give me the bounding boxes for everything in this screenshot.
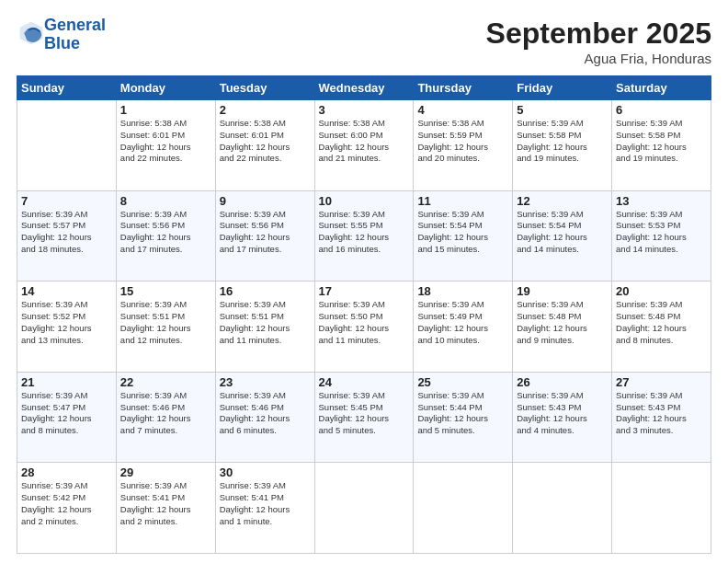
- cell-content: Sunrise: 5:39 AM Sunset: 5:53 PM Dayligh…: [616, 209, 707, 256]
- day-number: 9: [220, 194, 311, 208]
- day-number: 17: [319, 284, 410, 298]
- cell-content: Sunrise: 5:39 AM Sunset: 5:43 PM Dayligh…: [517, 390, 608, 437]
- calendar-cell: 27Sunrise: 5:39 AM Sunset: 5:43 PM Dayli…: [612, 372, 711, 463]
- day-number: 29: [120, 465, 211, 479]
- logo-line1: General: [44, 16, 106, 34]
- calendar-cell: [612, 463, 711, 554]
- calendar-cell: 10Sunrise: 5:39 AM Sunset: 5:55 PM Dayli…: [314, 190, 414, 282]
- header-tuesday: Tuesday: [215, 76, 314, 100]
- calendar-cell: 29Sunrise: 5:39 AM Sunset: 5:41 PM Dayli…: [116, 463, 215, 554]
- cell-content: Sunrise: 5:39 AM Sunset: 5:41 PM Dayligh…: [120, 480, 211, 527]
- cell-content: Sunrise: 5:39 AM Sunset: 5:55 PM Dayligh…: [319, 209, 410, 256]
- header-monday: Monday: [116, 76, 215, 100]
- cell-content: Sunrise: 5:38 AM Sunset: 6:00 PM Dayligh…: [319, 118, 410, 165]
- day-number: 6: [616, 103, 707, 117]
- calendar-cell: 28Sunrise: 5:39 AM Sunset: 5:42 PM Dayli…: [17, 463, 117, 554]
- cell-content: Sunrise: 5:39 AM Sunset: 5:48 PM Dayligh…: [517, 299, 608, 346]
- calendar-cell: 23Sunrise: 5:39 AM Sunset: 5:46 PM Dayli…: [215, 372, 314, 463]
- calendar-cell: 21Sunrise: 5:39 AM Sunset: 5:47 PM Dayli…: [17, 372, 117, 463]
- calendar-cell: 25Sunrise: 5:39 AM Sunset: 5:44 PM Dayli…: [414, 372, 513, 463]
- calendar-cell: [414, 463, 513, 554]
- calendar-cell: 19Sunrise: 5:39 AM Sunset: 5:48 PM Dayli…: [513, 282, 612, 373]
- day-number: 13: [616, 194, 707, 208]
- cell-content: Sunrise: 5:39 AM Sunset: 5:51 PM Dayligh…: [120, 299, 211, 346]
- day-number: 19: [517, 284, 608, 298]
- calendar-cell: 9Sunrise: 5:39 AM Sunset: 5:56 PM Daylig…: [215, 190, 314, 282]
- header: General Blue September 2025 Agua Fria, H…: [17, 17, 711, 66]
- calendar-cell: 18Sunrise: 5:39 AM Sunset: 5:49 PM Dayli…: [414, 282, 513, 373]
- header-thursday: Thursday: [414, 76, 513, 100]
- calendar-cell: 14Sunrise: 5:39 AM Sunset: 5:52 PM Dayli…: [17, 282, 117, 373]
- calendar-cell: 15Sunrise: 5:39 AM Sunset: 5:51 PM Dayli…: [116, 282, 215, 373]
- cell-content: Sunrise: 5:39 AM Sunset: 5:56 PM Dayligh…: [120, 209, 211, 256]
- day-number: 20: [616, 284, 707, 298]
- cell-content: Sunrise: 5:39 AM Sunset: 5:54 PM Dayligh…: [417, 209, 508, 256]
- cell-content: Sunrise: 5:38 AM Sunset: 6:01 PM Dayligh…: [220, 118, 311, 165]
- day-number: 3: [319, 103, 410, 117]
- cell-content: Sunrise: 5:39 AM Sunset: 5:47 PM Dayligh…: [21, 390, 112, 437]
- calendar-cell: 1Sunrise: 5:38 AM Sunset: 6:01 PM Daylig…: [116, 100, 215, 191]
- day-number: 4: [417, 103, 508, 117]
- calendar-cell: 7Sunrise: 5:39 AM Sunset: 5:57 PM Daylig…: [17, 190, 117, 282]
- day-number: 10: [319, 194, 410, 208]
- calendar-cell: 11Sunrise: 5:39 AM Sunset: 5:54 PM Dayli…: [414, 190, 513, 282]
- cell-content: Sunrise: 5:39 AM Sunset: 5:46 PM Dayligh…: [220, 390, 311, 437]
- calendar-cell: 22Sunrise: 5:39 AM Sunset: 5:46 PM Dayli…: [116, 372, 215, 463]
- calendar-week-1: 1Sunrise: 5:38 AM Sunset: 6:01 PM Daylig…: [17, 100, 711, 191]
- cell-content: Sunrise: 5:38 AM Sunset: 5:59 PM Dayligh…: [417, 118, 508, 165]
- location: Agua Fria, Honduras: [486, 51, 711, 66]
- cell-content: Sunrise: 5:39 AM Sunset: 5:54 PM Dayligh…: [517, 209, 608, 256]
- cell-content: Sunrise: 5:39 AM Sunset: 5:41 PM Dayligh…: [220, 480, 311, 527]
- calendar-cell: 26Sunrise: 5:39 AM Sunset: 5:43 PM Dayli…: [513, 372, 612, 463]
- calendar-cell: 24Sunrise: 5:39 AM Sunset: 5:45 PM Dayli…: [314, 372, 414, 463]
- cell-content: Sunrise: 5:39 AM Sunset: 5:44 PM Dayligh…: [417, 390, 508, 437]
- day-number: 14: [21, 284, 112, 298]
- day-number: 26: [517, 375, 608, 389]
- cell-content: Sunrise: 5:39 AM Sunset: 5:49 PM Dayligh…: [417, 299, 508, 346]
- cell-content: Sunrise: 5:39 AM Sunset: 5:45 PM Dayligh…: [319, 390, 410, 437]
- calendar-cell: 8Sunrise: 5:39 AM Sunset: 5:56 PM Daylig…: [116, 190, 215, 282]
- logo-icon: [18, 20, 44, 46]
- day-number: 15: [120, 284, 211, 298]
- day-number: 25: [417, 375, 508, 389]
- day-number: 1: [120, 103, 211, 117]
- cell-content: Sunrise: 5:39 AM Sunset: 5:42 PM Dayligh…: [21, 480, 112, 527]
- cell-content: Sunrise: 5:39 AM Sunset: 5:48 PM Dayligh…: [616, 299, 707, 346]
- day-number: 5: [517, 103, 608, 117]
- cell-content: Sunrise: 5:39 AM Sunset: 5:50 PM Dayligh…: [319, 299, 410, 346]
- calendar-cell: [314, 463, 414, 554]
- day-number: 16: [220, 284, 311, 298]
- calendar-table: Sunday Monday Tuesday Wednesday Thursday…: [17, 75, 711, 554]
- calendar-cell: 17Sunrise: 5:39 AM Sunset: 5:50 PM Dayli…: [314, 282, 414, 373]
- calendar-cell: 13Sunrise: 5:39 AM Sunset: 5:53 PM Dayli…: [612, 190, 711, 282]
- day-number: 30: [220, 465, 311, 479]
- day-number: 8: [120, 194, 211, 208]
- day-number: 27: [616, 375, 707, 389]
- day-number: 2: [220, 103, 311, 117]
- calendar-cell: 2Sunrise: 5:38 AM Sunset: 6:01 PM Daylig…: [215, 100, 314, 191]
- cell-content: Sunrise: 5:39 AM Sunset: 5:58 PM Dayligh…: [517, 118, 608, 165]
- title-block: September 2025 Agua Fria, Honduras: [486, 17, 711, 66]
- cell-content: Sunrise: 5:39 AM Sunset: 5:57 PM Dayligh…: [21, 209, 112, 256]
- calendar-cell: 20Sunrise: 5:39 AM Sunset: 5:48 PM Dayli…: [612, 282, 711, 373]
- logo-text: General Blue: [44, 17, 106, 53]
- month-title: September 2025: [486, 17, 711, 51]
- calendar-week-4: 21Sunrise: 5:39 AM Sunset: 5:47 PM Dayli…: [17, 372, 711, 463]
- header-saturday: Saturday: [612, 76, 711, 100]
- cell-content: Sunrise: 5:39 AM Sunset: 5:58 PM Dayligh…: [616, 118, 707, 165]
- cell-content: Sunrise: 5:39 AM Sunset: 5:51 PM Dayligh…: [220, 299, 311, 346]
- calendar-cell: 30Sunrise: 5:39 AM Sunset: 5:41 PM Dayli…: [215, 463, 314, 554]
- calendar-week-3: 14Sunrise: 5:39 AM Sunset: 5:52 PM Dayli…: [17, 282, 711, 373]
- header-friday: Friday: [513, 76, 612, 100]
- cell-content: Sunrise: 5:39 AM Sunset: 5:52 PM Dayligh…: [21, 299, 112, 346]
- logo: General Blue: [17, 17, 106, 53]
- calendar-cell: 4Sunrise: 5:38 AM Sunset: 5:59 PM Daylig…: [414, 100, 513, 191]
- calendar-header-row: Sunday Monday Tuesday Wednesday Thursday…: [17, 76, 711, 100]
- calendar-cell: 6Sunrise: 5:39 AM Sunset: 5:58 PM Daylig…: [612, 100, 711, 191]
- page: General Blue September 2025 Agua Fria, H…: [0, 0, 728, 563]
- header-sunday: Sunday: [17, 76, 117, 100]
- calendar-cell: 5Sunrise: 5:39 AM Sunset: 5:58 PM Daylig…: [513, 100, 612, 191]
- calendar-week-2: 7Sunrise: 5:39 AM Sunset: 5:57 PM Daylig…: [17, 190, 711, 282]
- calendar-cell: [513, 463, 612, 554]
- cell-content: Sunrise: 5:39 AM Sunset: 5:56 PM Dayligh…: [220, 209, 311, 256]
